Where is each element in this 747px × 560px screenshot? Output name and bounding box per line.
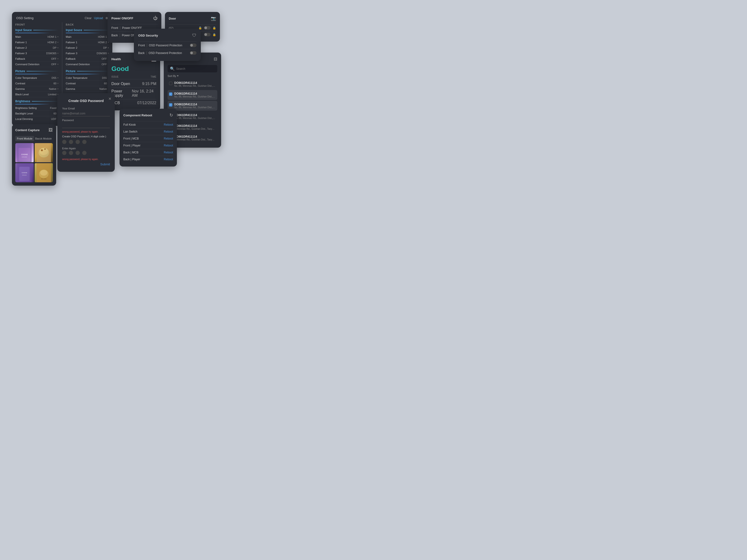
- svg-point-15: [40, 170, 47, 176]
- upload-button[interactable]: Upload: [94, 17, 103, 20]
- tab-back-module[interactable]: Bacck Module: [34, 136, 53, 141]
- component-reboot-card: Component Reboot ↻ Full Kiosk Reboot Lan…: [120, 109, 177, 166]
- osd-row[interactable]: Backlight Level60 ▾: [15, 111, 58, 116]
- password-error: wrong password, please try again.: [62, 130, 110, 133]
- svg-text:DE CASA: DE CASA: [41, 178, 47, 180]
- reboot-back-mcb-button[interactable]: Reboot: [164, 151, 173, 154]
- health-row: Power SupplyNov 16, 2:24 AM: [111, 88, 156, 99]
- svg-text:COOKIE: COOKIE: [22, 172, 27, 174]
- asset-checkbox[interactable]: [169, 82, 172, 85]
- osd-row[interactable]: Black LevelLimited ▾: [15, 92, 58, 97]
- submit-area: Submit: [62, 162, 110, 166]
- reboot-front-player-button[interactable]: Reboot: [164, 144, 173, 147]
- assets-search-box[interactable]: 🔍: [168, 65, 217, 72]
- osd-header-actions: Clear Upload ⚙: [85, 17, 108, 20]
- lock-icon4: 🔒: [212, 33, 216, 36]
- osd-row[interactable]: Brightness SettingFixed ▾: [15, 105, 58, 111]
- content-tabs: Front Module Bacck Module: [15, 136, 53, 141]
- osd-row[interactable]: Failover 1HDMI 2 ▾: [15, 39, 58, 45]
- reboot-front-mcb-button[interactable]: Reboot: [164, 137, 173, 140]
- osd-security-card: OSD Security 🛡 Front OSD Password Protec…: [134, 29, 201, 61]
- content-capture-card: Content Capture 🖼 Front Module Bacck Mod…: [12, 124, 56, 186]
- input-source-back: Input Souce: [66, 28, 109, 32]
- svg-text:COOKIE: COOKIE: [21, 154, 28, 155]
- osd-row[interactable]: Failover 2DP ▾: [15, 45, 58, 51]
- code-dot-3[interactable]: [76, 140, 80, 144]
- password-input[interactable]: [62, 123, 110, 128]
- osd-row[interactable]: MainHDMI 1 ▾: [66, 34, 109, 39]
- create-password-card: ✕ Create OSD Password Your Email Passwor…: [57, 93, 115, 172]
- osd-row[interactable]: Failover 1HDMI 2 ▾: [66, 39, 109, 45]
- reenter-dot-4[interactable]: [82, 151, 86, 155]
- close-icon[interactable]: ✕: [108, 97, 111, 101]
- code-dot-4[interactable]: [82, 140, 86, 144]
- door-back-toggle[interactable]: [204, 33, 211, 36]
- reboot-back-player-button[interactable]: Reboot: [164, 158, 173, 161]
- osd-row[interactable]: Command DetentionOFF ▾: [15, 62, 58, 67]
- osd-row[interactable]: FallbackOFF ▾: [66, 56, 109, 62]
- osd-row[interactable]: Failover 2DP ▾: [66, 45, 109, 51]
- reenter-dot-3[interactable]: [76, 151, 80, 155]
- shield-icon: 🛡: [192, 33, 197, 38]
- filter-icon[interactable]: ⊟: [214, 56, 217, 62]
- password-label: Password: [62, 119, 110, 122]
- enter-again-label: Enter Again: [62, 147, 110, 150]
- asset-item[interactable]: ✓ DO861DR411114 No. 88, Wenmao Rd., Guis…: [168, 90, 217, 100]
- refresh-icon[interactable]: ↻: [170, 112, 173, 118]
- reboot-full-kiosk-button[interactable]: Reboot: [164, 123, 173, 126]
- sort-by-dropdown[interactable]: Sort By ▾: [168, 74, 217, 77]
- search-input[interactable]: [176, 67, 215, 71]
- osd-sec-front-toggle[interactable]: [190, 44, 197, 47]
- asset-checkbox-checked[interactable]: ✓: [169, 103, 172, 107]
- clear-button[interactable]: Clear: [85, 17, 92, 20]
- submit-button[interactable]: Submit: [100, 162, 110, 166]
- code-dot-2[interactable]: [69, 140, 73, 144]
- picture-front: Picture: [15, 70, 58, 73]
- health-card: Health 📈 Good ISSUE TIME Door Open9:15 P…: [108, 53, 160, 110]
- content-image-4: DE CASA: [35, 163, 53, 182]
- osd-row[interactable]: Color TemperatureD55 ▾: [66, 75, 109, 81]
- tab-front-module[interactable]: Front Module: [15, 136, 34, 141]
- reenter-dot-2[interactable]: [69, 151, 73, 155]
- osd-row[interactable]: GammaNative ▾: [15, 86, 58, 92]
- osd-row[interactable]: Command DetentionOFF ▾: [66, 62, 109, 67]
- osd-row[interactable]: Local DimmingUDF ▾: [15, 116, 58, 122]
- osd-row[interactable]: FallbackOFF ▾: [15, 56, 58, 62]
- osd-row[interactable]: Failover 3DSM365 ▾: [66, 51, 109, 56]
- door-title: Door: [169, 17, 176, 20]
- reboot-front-mcb: Front | MCB Reboot: [123, 135, 173, 142]
- svg-point-6: [40, 148, 48, 155]
- chevron-down-icon: ▾: [177, 74, 179, 77]
- email-input[interactable]: [62, 111, 110, 116]
- reenter-dot-1[interactable]: [62, 151, 67, 155]
- code-dots: [62, 140, 110, 144]
- svg-point-8: [44, 149, 46, 150]
- osd-row[interactable]: Contrast60 ▾: [15, 81, 58, 86]
- svg-text:DOUGH: DOUGH: [22, 175, 27, 176]
- reboot-back-mcb: Back | MCB Reboot: [123, 149, 173, 156]
- content-title: Content Capture: [15, 128, 40, 132]
- content-image-3: COOKIE DOUGH: [15, 163, 34, 182]
- osd-row[interactable]: Color TemperatureD55 ▾: [15, 75, 58, 81]
- reenter-error: wrong password, please try again.: [62, 158, 110, 161]
- health-status: Good: [111, 65, 156, 73]
- osd-row[interactable]: Contrast60 ▾: [66, 81, 109, 86]
- svg-text:DOUGH: DOUGH: [22, 156, 27, 158]
- osd-row[interactable]: MainHDMI 1 ▾: [15, 34, 58, 39]
- content-image-1: COOKIE DOUGH: [15, 143, 34, 162]
- svg-rect-10: [19, 167, 30, 181]
- code-dot-1[interactable]: [62, 140, 67, 144]
- osd-row[interactable]: GammaNative ▾: [66, 86, 109, 92]
- door-front-toggle[interactable]: [204, 26, 211, 30]
- asset-item[interactable]: DO861DR411114 No. 88, Wenmao Rd., Guisha…: [168, 79, 217, 89]
- content-image-2: [35, 143, 53, 162]
- camera-icon: 📷: [211, 16, 216, 21]
- reboot-lan-button[interactable]: Reboot: [164, 130, 173, 133]
- osd-sec-back-toggle[interactable]: [190, 51, 197, 55]
- asset-checkbox-checked[interactable]: ✓: [169, 92, 172, 96]
- health-row: MCB07/12/2022: [111, 99, 156, 107]
- osd-sec-title: OSD Security: [138, 34, 158, 37]
- osd-front-col: FRONT Input Souce MainHDMI 1 ▾ Failover …: [12, 22, 62, 122]
- osd-row[interactable]: Failover 3DSM365 ▾: [15, 51, 58, 56]
- front-label: FRONT: [15, 23, 58, 26]
